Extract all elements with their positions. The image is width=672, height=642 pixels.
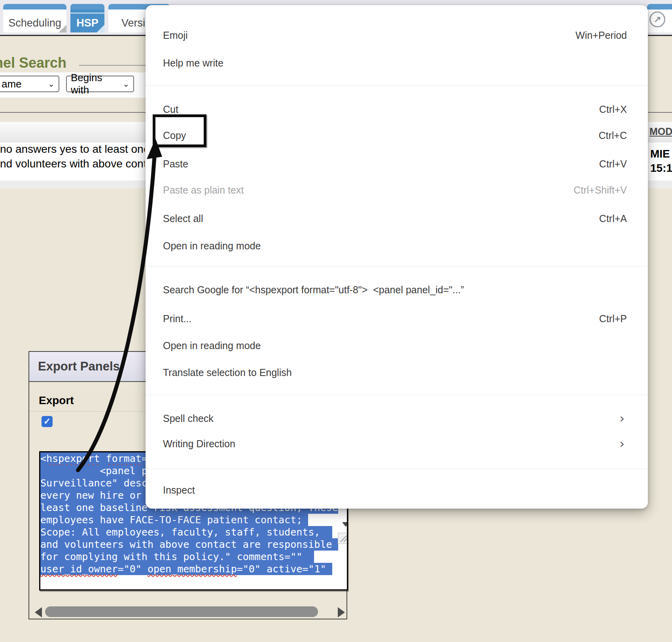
row-description-line2: nd volunteers with above cont [0, 158, 145, 170]
menu-separator [146, 85, 648, 85]
export-checkbox[interactable]: ✓ [42, 416, 53, 427]
menu-item-shortcut: Ctrl+C [598, 130, 627, 141]
tab-hsp[interactable]: HSP [70, 4, 104, 32]
menu-item-label: Print... [163, 313, 191, 325]
menu-item-label: Paste [163, 158, 188, 170]
menu-item-label: Help me write [163, 57, 223, 69]
export-section-label: Export [29, 394, 74, 407]
cell-modified-by: MIE [650, 148, 672, 160]
menu-item-cut[interactable]: CutCtrl+X [146, 96, 648, 122]
search-operator-value: Begins with [71, 72, 117, 96]
xml-text-line: and volunteers with above contact are re… [40, 538, 347, 551]
column-header-mod[interactable]: MOD [649, 126, 672, 137]
scrollbar-left-arrow-icon[interactable] [35, 607, 42, 617]
menu-item-label: Translate selection to English [163, 367, 292, 378]
tab-fold-corner [97, 25, 104, 32]
scrollbar-down-arrow-icon[interactable] [342, 522, 348, 527]
menu-item-print[interactable]: Print...Ctrl+P [146, 306, 648, 332]
menu-item-open-in-reading-mode[interactable]: Open in reading mode [146, 233, 648, 259]
tab-top-strip [70, 4, 104, 9]
menu-item-label: Open in reading mode [163, 340, 261, 351]
menu-item-inspect[interactable]: Inspect [146, 477, 648, 503]
menu-item-label: Inspect [163, 484, 195, 496]
menu-separator [146, 266, 648, 266]
tab-top-strip [647, 4, 672, 9]
row-description-line1: no answers yes to at least one | [0, 143, 145, 156]
menu-item-help-me-write[interactable]: Help me write [146, 50, 648, 76]
menu-item-shortcut: Ctrl+V [599, 158, 627, 170]
menu-item-writing-direction[interactable]: Writing Direction› [146, 431, 648, 457]
screenshot-root: Scheduling HSP Version ↗ nel Search ame … [0, 0, 672, 642]
menu-separator [146, 395, 648, 395]
menu-item-paste-as-plain-text: Paste as plain textCtrl+Shift+V [146, 177, 648, 203]
menu-item-shortcut: Ctrl+A [599, 213, 627, 224]
menu-item-open-in-reading-mode[interactable]: Open in reading mode [146, 332, 648, 359]
menu-item-copy[interactable]: CopyCtrl+C [146, 122, 648, 148]
xml-text-line: employees have FACE-TO-FACE patient cont… [40, 514, 347, 526]
menu-separator [146, 469, 648, 469]
horizontal-scrollbar-thumb[interactable] [45, 606, 318, 617]
panel-search-heading: nel Search [0, 55, 66, 71]
menu-item-label: Cut [163, 104, 178, 115]
menu-item-label: Open in reading mode [163, 240, 261, 252]
menu-item-shortcut: Ctrl+X [599, 104, 627, 115]
xml-text-line: user_id_owner="0" open_membership="0" ac… [40, 563, 347, 575]
menu-item-shortcut: Ctrl+P [599, 313, 627, 325]
tab-scheduling[interactable]: Scheduling [3, 4, 66, 32]
menu-item-label: Emoji [163, 30, 188, 41]
menu-item-label: Writing Direction [163, 438, 235, 450]
copy-highlight-box [153, 114, 206, 147]
search-operator-select[interactable]: Begins with ⌄ [66, 76, 134, 92]
menu-item-spell-check[interactable]: Spell check› [146, 405, 648, 431]
chevron-down-icon: ⌄ [42, 79, 55, 89]
arrow-glyph: ↗ [654, 14, 661, 25]
open-external-circle-arrow-icon[interactable]: ↗ [649, 11, 665, 27]
textarea-resize-grip[interactable] [338, 533, 348, 544]
search-field-value: ame [2, 78, 22, 90]
menu-item-search-google-for-hspexport-format-utf-8[interactable]: Search Google for “<hspexport format="ut… [146, 277, 648, 303]
submenu-chevron-icon: › [619, 412, 627, 425]
xml-text-line: Scope: All employees, faculty, staff, st… [40, 526, 347, 538]
dialog-title: Export Panels [29, 359, 120, 374]
menu-item-emoji[interactable]: EmojiWin+Period [146, 22, 648, 48]
xml-text-line: for complying with this policy." comment… [40, 551, 347, 563]
browser-context-menu: EmojiWin+PeriodHelp me writeCutCtrl+XCop… [146, 5, 648, 509]
cell-modified-time: 15:1 [650, 162, 672, 175]
menu-item-select-all[interactable]: Select allCtrl+A [146, 205, 648, 232]
menu-item-label: Spell check [163, 413, 214, 424]
menu-item-label: Search Google for “<hspexport format="ut… [163, 284, 464, 296]
menu-item-paste[interactable]: PasteCtrl+V [146, 151, 648, 177]
tab-scheduling-label: Scheduling [3, 13, 66, 32]
checkmark-icon: ✓ [44, 416, 51, 427]
tab-fold-corner [59, 25, 66, 32]
submenu-chevron-icon: › [619, 437, 627, 450]
menu-item-shortcut: Win+Period [575, 30, 627, 41]
menu-item-label: Paste as plain text [163, 184, 244, 196]
scrollbar-right-arrow-icon[interactable] [338, 607, 345, 617]
menu-item-shortcut: Ctrl+Shift+V [574, 184, 627, 196]
chevron-down-icon: ⌄ [117, 79, 129, 89]
tab-top-strip [3, 4, 66, 9]
menu-item-translate-selection-to-english[interactable]: Translate selection to English [146, 359, 648, 386]
search-field-select[interactable]: ame ⌄ [0, 76, 59, 92]
menu-item-label: Select all [163, 213, 203, 224]
